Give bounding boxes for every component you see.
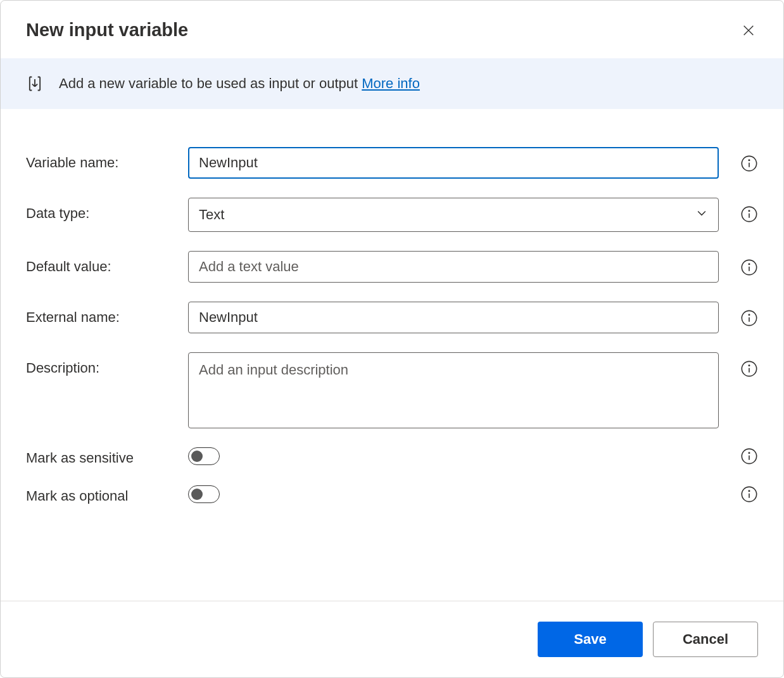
row-variable-name: Variable name:: [26, 147, 758, 179]
form-body: Variable name: Data type: Text Default v…: [1, 109, 783, 601]
cancel-button[interactable]: Cancel: [653, 622, 758, 657]
save-button[interactable]: Save: [538, 622, 643, 657]
info-banner: Add a new variable to be used as input o…: [1, 58, 783, 109]
svg-point-3: [749, 210, 749, 211]
dropdown-value: Text: [199, 207, 224, 223]
toggle-knob: [191, 489, 203, 500]
close-icon: [742, 23, 756, 37]
label-default-value: Default value:: [26, 251, 178, 275]
input-arrow-icon: [26, 75, 44, 93]
svg-point-13: [749, 490, 749, 491]
row-data-type: Data type: Text: [26, 198, 758, 232]
chevron-down-icon: [695, 207, 708, 223]
data-type-dropdown[interactable]: Text: [188, 198, 719, 232]
dialog-title: New input variable: [26, 20, 188, 41]
info-icon[interactable]: [740, 205, 758, 223]
mark-optional-toggle[interactable]: [188, 485, 220, 503]
svg-point-9: [749, 365, 749, 366]
row-default-value: Default value:: [26, 251, 758, 283]
default-value-input[interactable]: [188, 251, 719, 283]
toggle-knob: [191, 451, 203, 462]
label-mark-sensitive: Mark as sensitive: [26, 447, 178, 466]
label-mark-optional: Mark as optional: [26, 485, 178, 504]
svg-point-7: [749, 314, 749, 315]
info-icon[interactable]: [740, 259, 758, 276]
info-icon[interactable]: [740, 309, 758, 327]
mark-sensitive-toggle[interactable]: [188, 447, 220, 465]
label-external-name: External name:: [26, 302, 178, 326]
info-icon[interactable]: [740, 155, 758, 172]
close-button[interactable]: [739, 21, 758, 40]
svg-point-1: [749, 160, 749, 160]
info-icon[interactable]: [740, 360, 758, 378]
variable-name-input[interactable]: [188, 147, 719, 179]
external-name-input[interactable]: [188, 302, 719, 333]
banner-text-content: Add a new variable to be used as input o…: [59, 75, 362, 91]
svg-point-11: [749, 452, 749, 453]
dialog-header: New input variable: [1, 1, 783, 58]
more-info-link[interactable]: More info: [362, 75, 420, 91]
description-textarea[interactable]: [188, 352, 719, 428]
label-data-type: Data type:: [26, 198, 178, 222]
svg-point-5: [749, 264, 749, 264]
dialog-footer: Save Cancel: [1, 601, 783, 677]
info-icon[interactable]: [740, 485, 758, 503]
row-mark-sensitive: Mark as sensitive: [26, 447, 758, 466]
row-external-name: External name:: [26, 302, 758, 333]
label-variable-name: Variable name:: [26, 147, 178, 171]
info-icon[interactable]: [740, 447, 758, 465]
label-description: Description:: [26, 352, 178, 376]
row-description: Description:: [26, 352, 758, 428]
row-mark-optional: Mark as optional: [26, 485, 758, 504]
banner-text: Add a new variable to be used as input o…: [59, 75, 420, 92]
